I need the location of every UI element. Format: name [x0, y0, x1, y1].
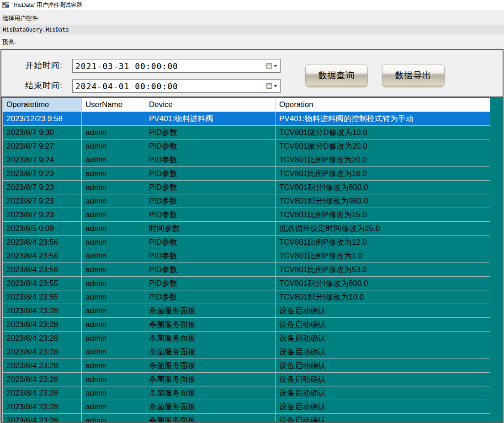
- grid-table: OperatetimeUserNameDeviceOperation2023/1…: [2, 98, 490, 422]
- table-cell: 设备启动确认: [276, 318, 490, 332]
- table-cell: admin: [82, 318, 145, 332]
- table-cell: 设备启动确认: [276, 332, 490, 345]
- table-row[interactable]: 2023/8/7 9:27adminPID参数TCV801微分D修改为20.0: [2, 139, 490, 153]
- table-cell: TCV801积分I修改为800.0: [276, 277, 490, 290]
- table-cell: admin: [82, 249, 145, 263]
- table-cell: TCV801积分I修改为980.0: [276, 194, 490, 208]
- table-row[interactable]: 2023/8/4 23:55adminPID参数TCV801积分I修改为10.0: [2, 290, 490, 304]
- table-row[interactable]: 2023/8/4 23:56adminPID参数TCV801比例P修改为53.0: [2, 263, 490, 277]
- column-header-username[interactable]: UserName: [82, 98, 145, 112]
- table-row[interactable]: 2023/8/4 23:28admin杀菌服务面板设备启动确认: [2, 373, 490, 386]
- table-cell: TCV801微分D修改为10.0: [276, 126, 490, 139]
- table-cell: admin: [82, 345, 145, 359]
- table-cell: PID参数: [145, 277, 276, 290]
- data-export-button[interactable]: 数据导出: [382, 64, 445, 87]
- table-cell: admin: [82, 263, 145, 277]
- table-row[interactable]: 2023/8/7 9:30adminPID参数TCV801微分D修改为10.0: [2, 126, 490, 139]
- table-cell: admin: [82, 304, 145, 318]
- table-cell: 2023/8/4 23:28: [2, 373, 82, 386]
- end-time-picker[interactable]: 2024-04-01 00:00:00: [72, 79, 281, 93]
- table-row[interactable]: 2023/8/4 23:56adminPID参数TCV801比例P修改为12.0: [2, 236, 490, 249]
- table-cell: 2023/8/4 23:56: [2, 249, 82, 263]
- control-combobox[interactable]: HisDataQuery.HisData: [0, 25, 504, 34]
- table-cell: admin: [82, 277, 145, 290]
- table-cell: PID参数: [145, 153, 276, 167]
- history-data-grid: OperatetimeUserNameDeviceOperation2023/1…: [1, 96, 503, 422]
- table-row[interactable]: 2023/8/7 9:23adminPID参数TCV801积分I修改为980.0: [2, 194, 490, 208]
- table-cell: [82, 112, 145, 126]
- table-cell: 设备启动确认: [276, 373, 490, 386]
- table-row[interactable]: 2023/8/4 23:28admin杀菌服务面板设备启动确认: [2, 414, 490, 422]
- table-cell: 2023/8/4 23:28: [2, 304, 82, 318]
- table-cell: PV401:物料进料阀: [145, 112, 276, 126]
- table-cell: 2023/8/4 23:55: [2, 290, 82, 304]
- table-row[interactable]: 2023/8/4 23:56adminPID参数TCV801比例P修改为1.0: [2, 249, 490, 263]
- table-cell: 2023/8/4 23:28: [2, 359, 82, 373]
- table-cell: 杀菌服务面板: [145, 332, 276, 345]
- table-cell: 2023/8/7 9:23: [2, 181, 82, 194]
- table-row[interactable]: 2023/8/4 23:28admin杀菌服务面板设备启动确认: [2, 304, 490, 318]
- table-cell: admin: [82, 236, 145, 249]
- table-cell: admin: [82, 181, 145, 194]
- app-icon-tile: [6, 3, 8, 4]
- table-cell: admin: [82, 400, 145, 414]
- table-cell: admin: [82, 359, 145, 373]
- table-cell: 杀菌服务面板: [145, 414, 276, 422]
- table-cell: admin: [82, 194, 145, 208]
- table-cell: 低温循环设定时间修改为25.0: [276, 222, 490, 236]
- table-cell: TCV801比例P修改为16.0: [276, 167, 490, 181]
- table-cell: 2023/8/4 23:55: [2, 277, 82, 290]
- table-row[interactable]: 2023/8/4 23:28admin杀菌服务面板设备启动确认: [2, 386, 490, 400]
- preview-label: 预览:: [2, 38, 16, 46]
- table-cell: 设备启动确认: [276, 400, 490, 414]
- table-cell: PID参数: [145, 249, 276, 263]
- end-time-dropdown-button[interactable]: [263, 80, 280, 92]
- table-cell: admin: [82, 386, 145, 400]
- start-time-label: 开始时间:: [25, 60, 63, 71]
- table-row[interactable]: 2023/8/4 23:28admin杀菌服务面板设备启动确认: [2, 400, 490, 414]
- table-cell: admin: [82, 373, 145, 386]
- table-cell: 杀菌服务面板: [145, 345, 276, 359]
- preview-panel: 开始时间: 2021-03-31 00:00:00 结束时间: 2024-04-…: [0, 49, 504, 423]
- table-cell: 2023/8/7 9:23: [2, 194, 82, 208]
- column-header-device[interactable]: Device: [145, 98, 276, 112]
- table-cell: admin: [82, 126, 145, 139]
- start-time-picker[interactable]: 2021-03-31 00:00:00: [72, 59, 281, 73]
- table-row[interactable]: 2023/8/4 23:28admin杀菌服务面板设备启动确认: [2, 318, 490, 332]
- table-row[interactable]: 2023/8/5 0:09admin时间参数低温循环设定时间修改为25.0: [2, 222, 490, 236]
- table-cell: admin: [82, 290, 145, 304]
- table-cell: 设备启动确认: [276, 414, 490, 422]
- grid-header-row: OperatetimeUserNameDeviceOperation: [2, 98, 490, 112]
- title-bar: 'HisData' 用户控件测试容器: [0, 0, 504, 10]
- table-cell: 设备启动确认: [276, 304, 490, 318]
- end-time-value: 2024-04-01 00:00:00: [73, 81, 263, 91]
- column-header-operation[interactable]: Operation: [276, 98, 490, 112]
- table-cell: 2023/8/7 9:27: [2, 139, 82, 153]
- calendar-icon: [266, 63, 272, 69]
- control-combobox-value: HisDataQuery.HisData: [3, 27, 69, 33]
- select-control-label: 选择用户控件:: [2, 14, 40, 22]
- table-cell: admin: [82, 414, 145, 422]
- table-cell: 2023/8/7 9:23: [2, 208, 82, 222]
- table-row[interactable]: 2023/8/7 9:23adminPID参数TCV801比例P修改为16.0: [2, 167, 490, 181]
- table-cell: 2023/8/4 23:28: [2, 400, 82, 414]
- table-cell: 杀菌服务面板: [145, 359, 276, 373]
- table-row[interactable]: 2023/8/7 9:23adminPID参数TCV801积分I修改为800.0: [2, 181, 490, 194]
- table-cell: TCV801比例P修改为15.0: [276, 208, 490, 222]
- table-row[interactable]: 2023/12/23 9:58PV401:物料进料阀PV401:物料进料阀的控制…: [2, 112, 490, 126]
- table-row[interactable]: 2023/8/7 9:24adminPID参数TCV801比例P修改为20.0: [2, 153, 490, 167]
- table-row[interactable]: 2023/8/4 23:28admin杀菌服务面板设备启动确认: [2, 332, 490, 345]
- table-cell: PID参数: [145, 139, 276, 153]
- table-cell: 2023/8/7 9:30: [2, 126, 82, 139]
- table-cell: TCV801微分D修改为20.0: [276, 139, 490, 153]
- table-row[interactable]: 2023/8/4 23:55adminPID参数TCV801积分I修改为800.…: [2, 277, 490, 290]
- start-time-dropdown-button[interactable]: [263, 59, 280, 72]
- table-row[interactable]: 2023/8/7 9:23adminPID参数TCV801比例P修改为15.0: [2, 208, 490, 222]
- column-header-operatetime[interactable]: Operatetime: [2, 98, 82, 112]
- table-row[interactable]: 2023/8/4 23:28admin杀菌服务面板设备启动确认: [2, 345, 490, 359]
- table-row[interactable]: 2023/8/4 23:28admin杀菌服务面板设备启动确认: [2, 359, 490, 373]
- data-query-button[interactable]: 数据查询: [305, 64, 368, 87]
- table-cell: PID参数: [145, 181, 276, 194]
- table-cell: 2023/8/4 23:56: [2, 263, 82, 277]
- table-cell: TCV801比例P修改为1.0: [276, 249, 490, 263]
